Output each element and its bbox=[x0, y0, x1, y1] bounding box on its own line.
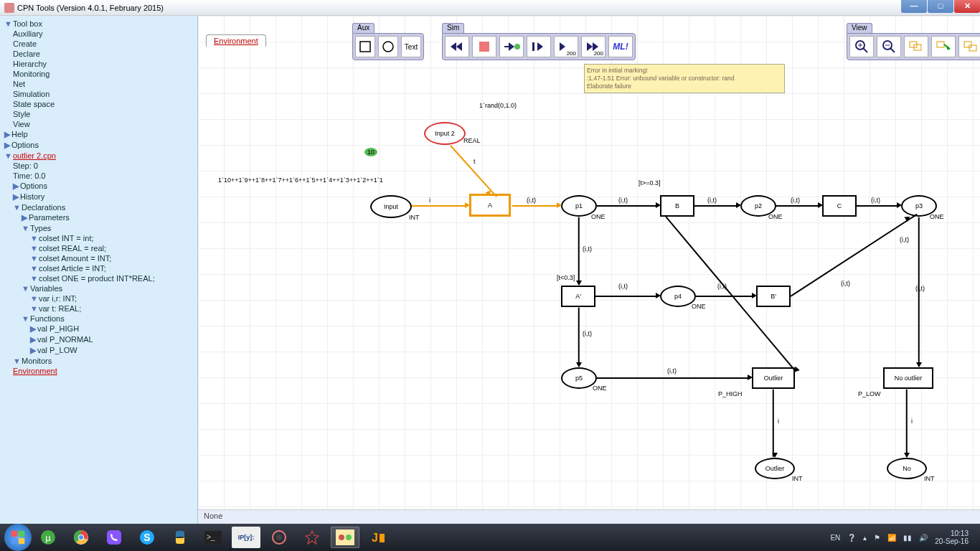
toolbox-item[interactable]: Style bbox=[13, 110, 30, 118]
environment-tree[interactable]: Environment bbox=[13, 367, 57, 375]
annotation[interactable]: P_LOW bbox=[858, 390, 881, 397]
annotation[interactable]: P_HIGH bbox=[718, 390, 743, 397]
action-center-icon[interactable]: ⚑ bbox=[874, 534, 880, 542]
types[interactable]: Types bbox=[30, 224, 51, 232]
zoom-out-button[interactable] bbox=[877, 36, 901, 57]
view-toolbox[interactable]: View bbox=[847, 33, 980, 60]
arc-label[interactable]: (i,t) bbox=[900, 236, 909, 243]
arc-label[interactable]: (i,t) bbox=[618, 197, 628, 204]
play-button[interactable] bbox=[527, 36, 551, 57]
fast-forward-all-button[interactable]: 200 bbox=[581, 36, 606, 57]
var-item[interactable]: var t: REAL; bbox=[39, 304, 81, 313]
model-options[interactable]: Options bbox=[20, 182, 47, 190]
step-button[interactable] bbox=[499, 36, 524, 57]
ml-button[interactable]: ML! bbox=[608, 36, 633, 57]
arc-label[interactable]: (i,t) bbox=[583, 330, 592, 337]
fast-forward-button[interactable]: 200 bbox=[554, 36, 578, 57]
arc-label[interactable]: (i,t) bbox=[583, 245, 592, 253]
place-input2[interactable]: Input 2 bbox=[424, 122, 466, 145]
view-button-4[interactable] bbox=[931, 36, 956, 57]
func-item[interactable]: val P_NORMAL bbox=[37, 335, 93, 344]
help-root[interactable]: Help bbox=[11, 130, 28, 138]
guard[interactable]: [t>=0.3] bbox=[639, 179, 661, 187]
history[interactable]: History bbox=[20, 192, 44, 201]
transition-outlier[interactable]: Outlier bbox=[752, 367, 795, 389]
type-item[interactable]: colset Article = INT; bbox=[39, 264, 106, 273]
place-p4[interactable]: p4 bbox=[660, 286, 696, 307]
transition-aprime[interactable]: A' bbox=[561, 286, 595, 307]
arc-label[interactable]: (i,t) bbox=[841, 280, 850, 287]
canvas[interactable]: Environment Aux Text Sim 200 200 ML! Vie… bbox=[198, 16, 980, 524]
taskbar-app-icon[interactable] bbox=[265, 527, 293, 548]
type-item[interactable]: colset REAL = real; bbox=[39, 244, 106, 253]
transition-bprime[interactable]: B' bbox=[756, 286, 791, 307]
minimize-button[interactable]: — bbox=[901, 0, 927, 13]
place-input[interactable]: Input bbox=[370, 195, 412, 218]
view-tab[interactable]: View bbox=[847, 23, 872, 33]
view-button-3[interactable] bbox=[904, 36, 928, 57]
taskbar-ipython-icon[interactable]: IP[y]: bbox=[232, 527, 260, 548]
options-root[interactable]: Options bbox=[11, 141, 39, 149]
toolbox-item[interactable]: Net bbox=[13, 80, 25, 88]
battery-icon[interactable]: ▮▮ bbox=[903, 534, 912, 542]
aux-rect-button[interactable] bbox=[355, 36, 375, 57]
lang-indicator[interactable]: EN bbox=[830, 534, 840, 542]
arc-label[interactable]: (i,t) bbox=[871, 197, 880, 204]
tray-chevron-icon[interactable]: ▴ bbox=[863, 534, 867, 542]
toolbox-item[interactable]: Hierarchy bbox=[13, 60, 47, 68]
arc-label[interactable]: (i,t) bbox=[618, 283, 628, 290]
taskbar-skype-icon[interactable]: S bbox=[133, 527, 161, 548]
start-button[interactable] bbox=[4, 524, 32, 551]
taskbar-cpntools-icon[interactable] bbox=[331, 527, 359, 548]
arc-label[interactable]: (i,t) bbox=[791, 197, 800, 204]
arc-label[interactable]: i bbox=[778, 418, 779, 425]
taskbar-viber-icon[interactable] bbox=[100, 527, 128, 548]
volume-icon[interactable]: 🔊 bbox=[919, 534, 928, 542]
type-item[interactable]: colset ONE = product INT*REAL; bbox=[39, 274, 155, 283]
taskbar[interactable]: µ S >_ IP[y]: J EN ❔ ▴ ⚑ 📶 ▮▮ 🔊 10:13 20… bbox=[0, 524, 980, 551]
title-bar[interactable]: CPN Tools (Version 4.0.1, February 2015)… bbox=[0, 0, 980, 16]
help-icon[interactable]: ❔ bbox=[847, 534, 856, 542]
var-item[interactable]: var i,r: INT; bbox=[39, 294, 77, 303]
func-item[interactable]: val P_HIGH bbox=[37, 324, 79, 333]
taskbar-app-icon-3[interactable]: J bbox=[364, 527, 392, 548]
arc-label[interactable]: i bbox=[429, 197, 430, 204]
place-outlier[interactable]: Outlier bbox=[755, 458, 795, 479]
toolbox-item[interactable]: Simulation bbox=[13, 90, 50, 98]
zoom-in-button[interactable] bbox=[849, 36, 874, 57]
toolbox-item[interactable]: State space bbox=[13, 100, 55, 108]
place-no[interactable]: No bbox=[887, 458, 927, 479]
arc-label[interactable]: (i,t) bbox=[527, 197, 536, 204]
aux-toolbox[interactable]: Aux Text bbox=[352, 33, 424, 60]
type-item[interactable]: colset INT = int; bbox=[39, 234, 94, 242]
monitors[interactable]: Monitors bbox=[22, 357, 52, 365]
toolbox-root[interactable]: Tool box bbox=[13, 19, 42, 28]
initial-marking-2[interactable]: 1`rand(0,1.0) bbox=[479, 102, 517, 109]
toolbox-item[interactable]: View bbox=[13, 120, 30, 128]
maximize-button[interactable]: □ bbox=[928, 0, 953, 13]
transition-a[interactable]: A bbox=[469, 194, 511, 217]
network-icon[interactable]: 📶 bbox=[887, 534, 896, 542]
toolbox-item[interactable]: Monitoring bbox=[13, 70, 50, 78]
toolbox-item[interactable]: Declare bbox=[13, 50, 40, 58]
arc-label[interactable]: (i,t) bbox=[707, 197, 717, 204]
taskbar-chrome-icon[interactable] bbox=[67, 527, 95, 548]
parameters[interactable]: Parameters bbox=[29, 213, 70, 222]
initial-marking-1[interactable]: 1`10++1`9++1`8++1`7++1`6++1`5++1`4++1`3+… bbox=[218, 176, 383, 184]
sim-toolbox[interactable]: Sim 200 200 ML! bbox=[442, 33, 636, 60]
toolbox-item[interactable]: Create bbox=[13, 39, 37, 48]
page-tab-environment[interactable]: Environment bbox=[206, 34, 266, 47]
place-p5[interactable]: p5 bbox=[561, 367, 597, 389]
view-button-5[interactable] bbox=[958, 36, 980, 57]
transition-c[interactable]: C bbox=[822, 195, 857, 217]
taskbar-utorrent-icon[interactable]: µ bbox=[34, 527, 62, 548]
stop-button[interactable] bbox=[472, 36, 496, 57]
variables[interactable]: Variables bbox=[30, 284, 62, 293]
transition-b[interactable]: B bbox=[660, 195, 694, 217]
taskbar-cmd-icon[interactable]: >_ bbox=[199, 527, 227, 548]
aux-ellipse-button[interactable] bbox=[378, 36, 398, 57]
arc-label[interactable]: (i,t) bbox=[667, 367, 677, 375]
functions[interactable]: Functions bbox=[30, 314, 65, 323]
taskbar-app-icon-2[interactable] bbox=[298, 527, 326, 548]
toolbox-item[interactable]: Auxiliary bbox=[13, 29, 43, 38]
